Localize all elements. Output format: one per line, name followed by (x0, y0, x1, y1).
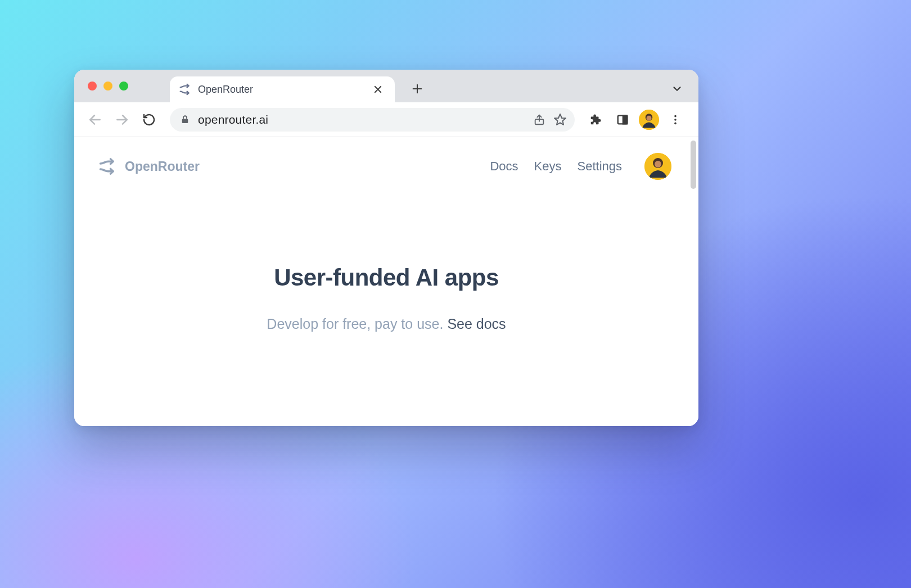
svg-point-19 (655, 161, 661, 168)
window-controls (74, 82, 142, 91)
site-nav: Docs Keys Settings (490, 153, 671, 180)
chrome-menu-button[interactable] (665, 109, 686, 130)
lock-icon (180, 115, 190, 125)
sidepanel-button[interactable] (612, 109, 633, 130)
tab-bar: OpenRouter (74, 70, 698, 102)
brand-link[interactable]: OpenRouter (99, 158, 200, 175)
reload-button[interactable] (138, 109, 160, 130)
site-profile-avatar[interactable] (644, 153, 671, 180)
url-text: openrouter.ai (198, 113, 268, 126)
browser-window: OpenRouter openrouter.ai (74, 70, 698, 426)
svg-marker-8 (554, 114, 566, 125)
hero-title: User-funded AI apps (97, 264, 676, 291)
brand-name: OpenRouter (125, 159, 200, 174)
hero: User-funded AI apps Develop for free, pa… (74, 264, 698, 332)
address-bar[interactable]: openrouter.ai (170, 108, 575, 132)
browser-toolbar: openrouter.ai (74, 102, 698, 137)
browser-tab[interactable]: OpenRouter (170, 76, 395, 102)
maximize-window-button[interactable] (119, 82, 128, 91)
nav-settings[interactable]: Settings (578, 159, 623, 174)
vertical-scrollbar[interactable] (691, 141, 696, 189)
svg-point-13 (647, 115, 652, 120)
openrouter-logo-icon (99, 158, 116, 175)
tab-close-button[interactable] (370, 82, 386, 97)
tabs-dropdown-button[interactable] (668, 80, 686, 98)
minimize-window-button[interactable] (103, 82, 112, 91)
forward-button[interactable] (111, 109, 133, 130)
hero-subtitle: Develop for free, pay to use. See docs (97, 316, 676, 332)
tab-title: OpenRouter (198, 84, 370, 96)
share-icon[interactable] (533, 114, 545, 126)
openrouter-favicon-icon (179, 83, 191, 96)
nav-docs[interactable]: Docs (490, 159, 518, 174)
bookmark-star-icon[interactable] (553, 113, 567, 126)
svg-rect-6 (182, 119, 188, 123)
svg-point-14 (674, 115, 677, 117)
back-button[interactable] (84, 109, 106, 130)
nav-keys[interactable]: Keys (534, 159, 562, 174)
svg-point-15 (674, 119, 677, 121)
svg-rect-10 (623, 115, 627, 124)
hero-subtitle-text: Develop for free, pay to use. (267, 316, 447, 332)
new-tab-button[interactable] (406, 78, 429, 100)
page-viewport: OpenRouter Docs Keys Settings User-funde… (74, 137, 698, 426)
close-window-button[interactable] (88, 82, 97, 91)
svg-point-16 (674, 122, 677, 124)
site-header: OpenRouter Docs Keys Settings (74, 137, 698, 180)
see-docs-link[interactable]: See docs (447, 316, 506, 332)
extensions-button[interactable] (585, 109, 606, 130)
address-bar-actions (533, 113, 567, 126)
chrome-profile-avatar[interactable] (639, 110, 659, 130)
